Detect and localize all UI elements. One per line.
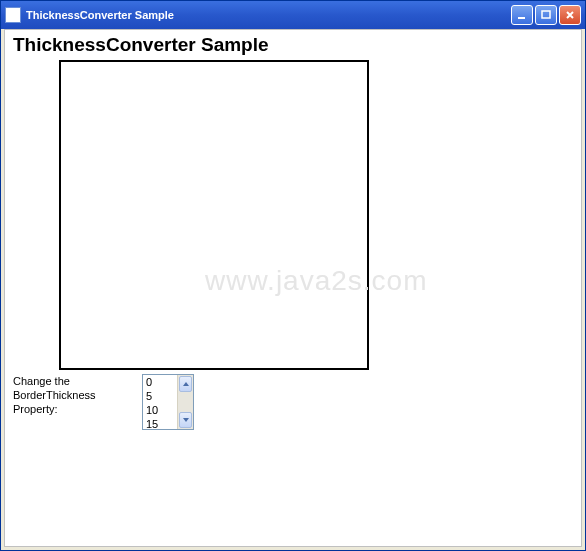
window-frame: ThicknessConverter Sample ThicknessConve…	[0, 0, 586, 551]
scroll-track[interactable]	[178, 393, 193, 411]
client-area: ThicknessConverter Sample Change the Bor…	[4, 29, 582, 547]
minimize-icon	[517, 10, 527, 20]
list-item[interactable]: 5	[143, 389, 177, 403]
page-title: ThicknessConverter Sample	[13, 34, 573, 56]
maximize-button[interactable]	[535, 5, 557, 25]
label-line1: Change the	[13, 374, 118, 388]
list-item[interactable]: 10	[143, 403, 177, 417]
titlebar[interactable]: ThicknessConverter Sample	[1, 1, 585, 29]
chevron-down-icon	[182, 417, 190, 423]
sample-wrap	[13, 60, 573, 370]
close-icon	[565, 10, 575, 20]
app-icon	[5, 7, 21, 23]
border-sample	[59, 60, 369, 370]
scroll-up-button[interactable]	[179, 376, 192, 392]
window-title: ThicknessConverter Sample	[26, 9, 511, 21]
scroll-down-button[interactable]	[179, 412, 192, 428]
window-buttons	[511, 5, 581, 25]
minimize-button[interactable]	[511, 5, 533, 25]
close-button[interactable]	[559, 5, 581, 25]
thickness-label: Change the BorderThickness Property:	[13, 374, 118, 416]
listbox-items: 0 5 10 15	[143, 375, 177, 429]
svg-rect-0	[518, 17, 525, 19]
label-line2: BorderThickness	[13, 388, 118, 402]
controls-row: Change the BorderThickness Property: 0 5…	[13, 374, 573, 430]
label-line3: Property:	[13, 402, 118, 416]
chevron-up-icon	[182, 381, 190, 387]
list-item[interactable]: 0	[143, 375, 177, 389]
thickness-listbox[interactable]: 0 5 10 15	[142, 374, 194, 430]
scrollbar[interactable]	[177, 375, 193, 429]
maximize-icon	[541, 10, 551, 20]
svg-rect-1	[542, 11, 550, 18]
list-item[interactable]: 15	[143, 417, 177, 429]
